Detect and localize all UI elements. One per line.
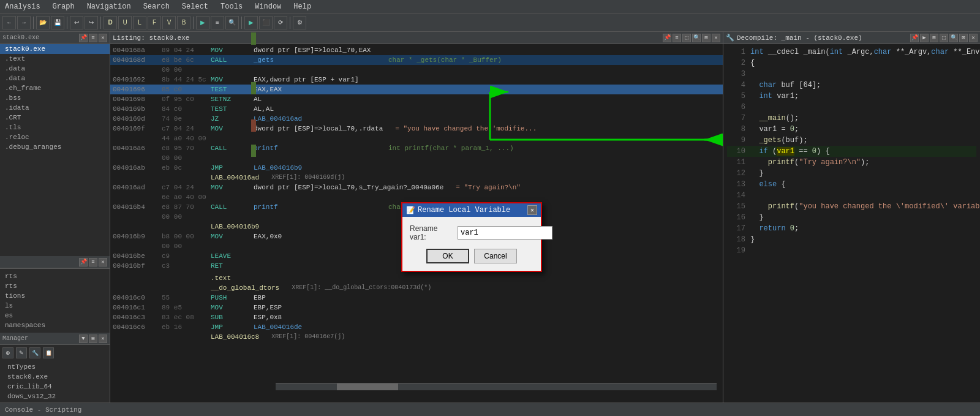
file-item-tls[interactable]: .tls (0, 123, 110, 132)
run-button[interactable]: ▶ (196, 16, 209, 29)
menu-search[interactable]: Search (141, 1, 172, 12)
open-button[interactable]: 📂 (36, 16, 50, 29)
debug-stop-button[interactable]: ⬛ (259, 16, 273, 29)
close-icon[interactable]: ✕ (99, 34, 107, 42)
bytes: 84 c0 (162, 104, 211, 114)
undefined-button[interactable]: U (118, 16, 132, 29)
listing-icon5[interactable]: ⊞ (702, 34, 710, 42)
bytes: 55 (162, 293, 211, 303)
bytes: 00 00 (162, 65, 211, 75)
dec-icon2[interactable]: ▶ (920, 34, 929, 42)
dec-icon6[interactable]: ⊠ (959, 34, 968, 42)
addr: 004016a6 (113, 143, 162, 153)
dec-icon7[interactable]: ✕ (969, 34, 978, 42)
menu-navigation[interactable]: Navigation (85, 1, 134, 12)
listing-icon3[interactable]: ⬚ (682, 34, 691, 42)
function-button[interactable]: F (148, 16, 161, 29)
label-button[interactable]: L (133, 16, 146, 29)
dec-icon1[interactable]: 📌 (910, 34, 919, 42)
menu-select[interactable]: Select (179, 1, 211, 12)
scrollbar-thumb[interactable] (337, 384, 398, 390)
file-item-exe[interactable]: stack0.exe (0, 44, 110, 54)
mgr-btn3[interactable]: 🔧 (29, 347, 40, 358)
panel2-pin-icon[interactable]: 📌 (79, 258, 88, 267)
file-item-debug[interactable]: .debug_aranges (0, 142, 110, 152)
mgr-btn2[interactable]: ✎ (16, 347, 27, 358)
mgr-item-exe[interactable]: stack0.exe (2, 372, 107, 382)
code-line: 2 { (727, 58, 976, 69)
panel2-close-icon[interactable]: ✕ (99, 258, 107, 267)
search-tb-button[interactable]: 🔍 (225, 16, 239, 29)
menu-tools[interactable]: Tools (218, 1, 245, 12)
dec-icon3[interactable]: ⊞ (930, 34, 938, 42)
manager-list: ntTypes stack0.exe cric_lib_64 dows_vs12… (0, 361, 110, 403)
operands: AL (254, 94, 376, 104)
file-item-reloc[interactable]: .reloc (0, 132, 110, 142)
sym-rts-1[interactable]: rts (0, 271, 110, 281)
menu-graph[interactable]: Graph (50, 1, 77, 12)
mnemonic: SUB (211, 312, 254, 322)
dec-icon5[interactable]: 🔍 (949, 34, 958, 42)
sym-ls[interactable]: ls (0, 301, 110, 311)
decompiler-content[interactable]: 1 int __cdecl _main(int _Argc,char **_Ar… (723, 44, 980, 403)
menubar: Analysis Graph Navigation Search Select … (0, 0, 980, 13)
sym-tions[interactable]: tions (0, 291, 110, 301)
file-item-crt[interactable]: .CRT (0, 113, 110, 123)
file-item-data2[interactable]: .data (0, 74, 110, 83)
mgr-btn1[interactable]: ⊕ (2, 347, 13, 358)
listing-icon6[interactable]: ✕ (712, 34, 720, 42)
mgr-close-icon[interactable]: ✕ (99, 335, 107, 343)
file-item-bss[interactable]: .bss (0, 93, 110, 103)
file-item-data1[interactable]: .data (0, 64, 110, 74)
dialog-cancel-button[interactable]: Cancel (474, 249, 517, 263)
forward-button[interactable]: → (17, 16, 31, 29)
step-button[interactable]: ≡ (211, 16, 224, 29)
redo-button[interactable]: ↪ (85, 16, 98, 29)
variable-button[interactable]: V (162, 16, 176, 29)
undo-button[interactable]: ↩ (70, 16, 83, 29)
sym-rts-2[interactable]: rts (0, 281, 110, 291)
mgr-btn4[interactable]: 📋 (43, 347, 54, 358)
pin-icon[interactable]: 📌 (79, 34, 88, 42)
back-button[interactable]: ← (2, 16, 16, 29)
settings-button[interactable]: ⚙ (293, 16, 306, 29)
debug-restart-button[interactable]: ⟳ (274, 16, 287, 29)
menu-window[interactable]: Window (252, 1, 284, 12)
table-row: 0040169d 74 0e JZ LAB_004016ad (110, 114, 723, 124)
file-item-idata[interactable]: .idata (0, 103, 110, 113)
file-item-eh-frame[interactable]: .eh_frame (0, 83, 110, 93)
sym-namespaces[interactable]: namespaces (0, 320, 110, 330)
sym-es[interactable]: es (0, 311, 110, 320)
disasm-button[interactable]: D (104, 16, 117, 29)
mgr-item-types[interactable]: ntTypes (2, 362, 107, 372)
code-line: 18 } (727, 234, 976, 245)
panel2-list-icon[interactable]: ≡ (89, 258, 97, 267)
list-icon[interactable]: ≡ (89, 34, 97, 42)
dec-icon4[interactable]: ⬚ (940, 34, 948, 42)
mgr-list-icon[interactable]: ⊞ (89, 335, 97, 343)
mgr-item-vs[interactable]: dows_vs12_32 (2, 391, 107, 401)
listing-icon2[interactable]: ≡ (673, 34, 681, 42)
menu-help[interactable]: Help (291, 1, 314, 12)
save-button[interactable]: 💾 (51, 16, 64, 29)
horizontal-scrollbar[interactable] (276, 383, 717, 390)
addr: 00401696 (113, 85, 162, 94)
dialog-ok-button[interactable]: OK (426, 249, 469, 263)
listing-icon4[interactable]: 🔍 (692, 34, 701, 42)
rename-input[interactable] (458, 226, 552, 240)
addr (113, 153, 162, 163)
debug-run-button[interactable]: ▶ (244, 16, 258, 29)
dialog-close-button[interactable]: ✕ (527, 205, 537, 215)
mnemonic: TEST (211, 104, 254, 114)
table-row: __do_global_dtors XREF[1]: __do_global_c… (110, 283, 723, 293)
menu-analysis[interactable]: Analysis (2, 1, 43, 12)
dialog-field: Rename var1: (410, 224, 533, 241)
panel2-tab: 📌 ≡ ✕ (0, 256, 110, 268)
mgr-pin-icon[interactable]: ▼ (79, 335, 88, 343)
bytes: e8 87 70 (162, 202, 211, 212)
table-row: 0040168a 89 04 24 MOV dword ptr [ESP]=>l… (110, 45, 723, 55)
mgr-item-clib[interactable]: cric_lib_64 (2, 382, 107, 391)
listing-icon1[interactable]: 📌 (663, 34, 671, 42)
bookmarks-button[interactable]: B (177, 16, 190, 29)
file-item-text[interactable]: .text (0, 54, 110, 64)
